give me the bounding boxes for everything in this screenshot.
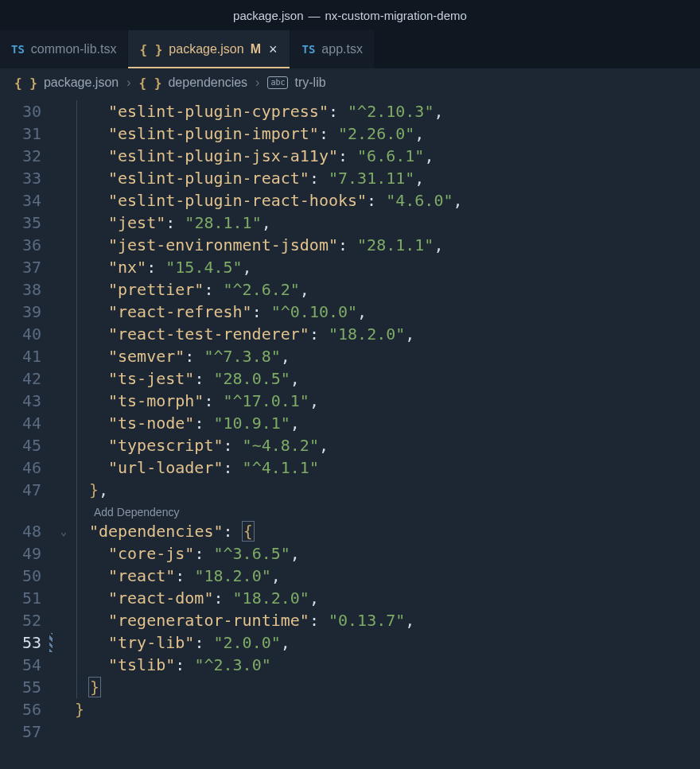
tab-package-json[interactable]: { } package.json M × xyxy=(128,30,290,68)
chevron-right-icon: › xyxy=(126,76,130,90)
typescript-icon: TS xyxy=(11,43,25,56)
close-icon[interactable]: × xyxy=(267,42,279,56)
breadcrumb-item[interactable]: { } dependencies xyxy=(139,76,248,91)
typescript-icon: TS xyxy=(301,43,315,56)
fold-column: ⌄ xyxy=(56,97,72,769)
json-icon: { } xyxy=(139,76,162,91)
title-project: nx-custom-migration-demo xyxy=(325,9,467,22)
breadcrumb-item[interactable]: { } package.json xyxy=(14,76,119,91)
tab-app[interactable]: TS app.tsx xyxy=(290,30,374,68)
string-icon: abc xyxy=(267,76,288,89)
json-icon: { } xyxy=(139,42,162,57)
breadcrumb-label: dependencies xyxy=(168,76,247,90)
tab-common-lib[interactable]: TS common-lib.tsx xyxy=(0,30,128,68)
indent-guides xyxy=(72,97,84,769)
line-numbers: 3031323334353637383940414243444546474849… xyxy=(0,97,56,769)
json-icon: { } xyxy=(14,76,37,91)
code-content[interactable]: "eslint-plugin-cypress": "^2.10.3","esli… xyxy=(84,97,700,769)
breadcrumb-label: package.json xyxy=(44,76,119,90)
breadcrumb-label: try-lib xyxy=(294,76,325,90)
breadcrumb: { } package.json › { } dependencies › ab… xyxy=(0,68,700,97)
title-file: package.json xyxy=(233,9,303,22)
breadcrumb-item[interactable]: abc try-lib xyxy=(267,76,325,90)
tab-bar: TS common-lib.tsx { } package.json M × T… xyxy=(0,30,700,68)
chevron-right-icon: › xyxy=(255,76,259,90)
modified-marker: M xyxy=(251,42,261,56)
title-separator: — xyxy=(309,9,321,22)
tab-label: app.tsx xyxy=(321,42,363,56)
tab-label: package.json xyxy=(169,42,243,56)
title-bar: package.json — nx-custom-migration-demo xyxy=(0,0,700,30)
code-editor[interactable]: 3031323334353637383940414243444546474849… xyxy=(0,97,700,769)
tab-label: common-lib.tsx xyxy=(31,42,117,56)
